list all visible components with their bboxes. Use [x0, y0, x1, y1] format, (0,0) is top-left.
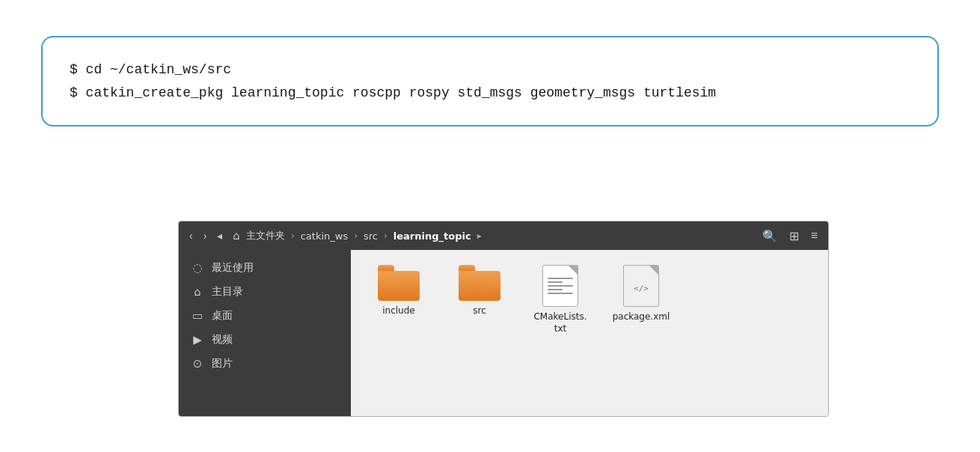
- xml-text: </>: [634, 284, 649, 293]
- forward-button[interactable]: ›: [199, 227, 212, 245]
- breadcrumb-src[interactable]: src: [361, 229, 381, 243]
- folder-icon-include: [378, 265, 420, 301]
- video-icon: ▶: [191, 333, 204, 346]
- breadcrumb-catkin[interactable]: catkin_ws: [298, 229, 352, 243]
- menu-button[interactable]: ≡: [806, 226, 822, 245]
- home-icon: ⌂: [233, 229, 240, 242]
- fm-content: include src: [351, 250, 828, 416]
- fm-sidebar: ◌ 最近使用 ⌂ 主目录 ▭ 桌面 ▶ 视频 ⊙ 图片: [179, 250, 351, 416]
- file-label-include: include: [382, 305, 414, 317]
- xml-icon-package: </>: [623, 265, 659, 307]
- file-label-cmake: CMakeLists.txt: [533, 311, 587, 335]
- camera-icon: ⊙: [191, 357, 204, 370]
- search-button[interactable]: 🔍: [758, 226, 782, 246]
- sidebar-label-desktop: 桌面: [212, 309, 233, 323]
- toolbar-right: 🔍 ⊞ ≡: [758, 226, 822, 246]
- file-label-src: src: [473, 305, 486, 317]
- breadcrumb-current[interactable]: learning_topic: [391, 229, 474, 243]
- view-toggle-button[interactable]: ⊞: [785, 226, 803, 246]
- file-item-include[interactable]: include: [369, 265, 429, 317]
- file-item-package[interactable]: </> package.xml: [611, 265, 671, 323]
- file-label-package: package.xml: [613, 311, 670, 323]
- file-item-cmake[interactable]: CMakeLists.txt: [530, 265, 590, 335]
- back-button[interactable]: ‹: [185, 227, 197, 245]
- breadcrumb: ⌂ 主文件夹 › catkin_ws › src › learning_topi…: [233, 227, 756, 244]
- file-manager: ‹ › ◂ ⌂ 主文件夹 › catkin_ws › src › learnin…: [178, 221, 829, 417]
- sidebar-label-pictures: 图片: [212, 357, 233, 370]
- terminal-line-1: $ cd ~/catkin_ws/src: [70, 58, 910, 82]
- fm-body: ◌ 最近使用 ⌂ 主目录 ▭ 桌面 ▶ 视频 ⊙ 图片: [179, 250, 828, 416]
- home-icon: ⌂: [191, 285, 204, 299]
- up-button[interactable]: ◂: [212, 227, 227, 245]
- breadcrumb-home[interactable]: 主文件夹: [243, 227, 288, 244]
- folder-icon-src: [459, 265, 500, 301]
- sidebar-label-videos: 视频: [212, 333, 233, 346]
- file-item-src[interactable]: src: [450, 265, 509, 317]
- terminal-box: $ cd ~/catkin_ws/src $ catkin_create_pkg…: [41, 36, 939, 126]
- terminal-line-2: $ catkin_create_pkg learning_topic roscp…: [70, 82, 910, 105]
- sidebar-item-recent[interactable]: ◌ 最近使用: [179, 256, 351, 280]
- sidebar-item-home[interactable]: ⌂ 主目录: [179, 280, 351, 304]
- fm-toolbar: ‹ › ◂ ⌂ 主文件夹 › catkin_ws › src › learnin…: [179, 222, 828, 250]
- desktop-icon: ▭: [191, 309, 204, 323]
- clock-icon: ◌: [191, 261, 204, 275]
- sidebar-label-recent: 最近使用: [212, 261, 254, 275]
- sidebar-label-home: 主目录: [212, 285, 243, 299]
- sidebar-item-pictures[interactable]: ⊙ 图片: [179, 352, 351, 376]
- document-icon-cmake: [542, 265, 578, 307]
- sidebar-item-desktop[interactable]: ▭ 桌面: [179, 304, 351, 328]
- sidebar-item-videos[interactable]: ▶ 视频: [179, 328, 351, 352]
